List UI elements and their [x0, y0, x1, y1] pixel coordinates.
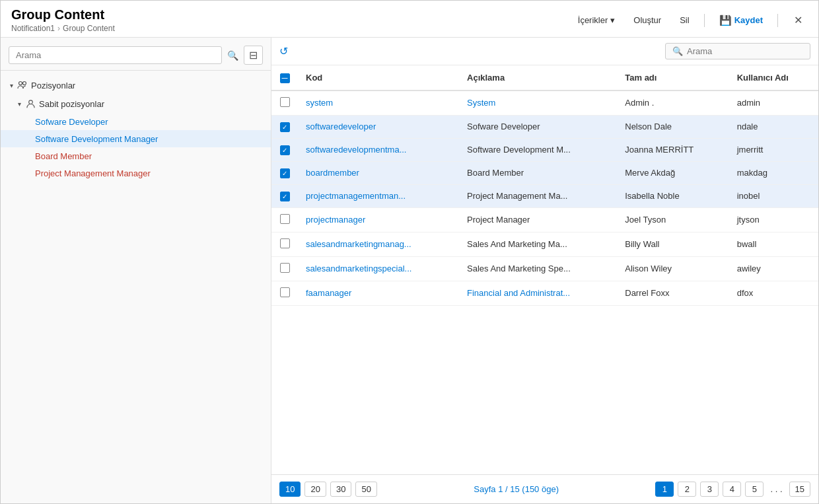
spacer: [24, 133, 35, 144]
cell-kod[interactable]: salesandmarketingmanag...: [298, 232, 459, 256]
table-row: softwaredeveloper Sofware Developer Nels…: [271, 115, 818, 138]
row-checkbox-cell[interactable]: [271, 281, 298, 305]
kaydet-label: Kaydet: [734, 15, 763, 25]
project-mgmt-manager-label: Project Management Manager: [35, 168, 151, 178]
action-divider2: [777, 14, 778, 27]
panel-toggle-button[interactable]: ⊟: [244, 46, 263, 65]
group-icon: [17, 79, 28, 91]
cell-kod[interactable]: faamanager: [298, 281, 459, 305]
row-checkbox[interactable]: [280, 122, 290, 132]
select-all-checkbox[interactable]: [280, 73, 290, 83]
table-row: salesandmarketingmanag... Sales And Mark…: [271, 232, 818, 256]
breadcrumb-item-notification: Notification1: [11, 24, 55, 33]
cell-kod[interactable]: softwaredeveloper: [298, 115, 459, 138]
page-size-30[interactable]: 30: [330, 482, 351, 497]
cell-kod[interactable]: boardmember: [298, 161, 459, 184]
cell-kod[interactable]: softwaredevelopmentma...: [298, 138, 459, 161]
sidebar-item-software-dev-manager[interactable]: Software Development Manager: [1, 130, 271, 147]
page-info: Sayfa 1 / 15 (150 öge): [381, 484, 652, 494]
kaydet-button[interactable]: 💾 Kaydet: [715, 12, 767, 29]
row-checkbox-cell[interactable]: [271, 207, 298, 232]
page-4-button[interactable]: 4: [723, 482, 741, 497]
page-1-button[interactable]: 1: [655, 482, 674, 497]
cell-kod[interactable]: projectmanager: [298, 207, 459, 232]
cell-kullanici-adi: awiley: [729, 256, 818, 281]
cell-aciklama: Sales And Marketing Ma...: [459, 232, 617, 256]
row-checkbox[interactable]: [280, 97, 290, 107]
row-checkbox[interactable]: [280, 192, 290, 201]
sidebar-item-board-member[interactable]: Board Member: [1, 147, 271, 164]
title-section: Group Content Notification1 › Group Cont…: [11, 7, 115, 33]
row-checkbox[interactable]: [280, 263, 290, 273]
sidebar-search-area: 🔍 ⊟: [1, 38, 271, 71]
svg-point-0: [19, 82, 22, 85]
cell-aciklama: Sales And Marketing Spe...: [459, 256, 617, 281]
cell-tam-adi: Alison Wiley: [617, 256, 729, 281]
board-member-label: Board Member: [35, 151, 92, 161]
row-checkbox-cell[interactable]: [271, 256, 298, 281]
row-checkbox[interactable]: [280, 238, 290, 248]
search-input[interactable]: [9, 46, 222, 64]
search-icon[interactable]: 🔍: [227, 50, 238, 61]
row-checkbox[interactable]: [280, 287, 290, 297]
spacer: [24, 168, 35, 178]
breadcrumb: Notification1 › Group Content: [11, 24, 115, 33]
right-search-input[interactable]: [687, 46, 798, 56]
right-search-area: 🔍: [665, 43, 810, 59]
select-all-column[interactable]: [271, 65, 298, 90]
action-divider: [704, 14, 705, 27]
column-header-kod: Kod: [298, 65, 459, 90]
cell-kullanici-adi: dfox: [729, 281, 818, 305]
row-checkbox[interactable]: [280, 214, 290, 224]
cell-kullanici-adi: jtyson: [729, 207, 818, 232]
column-header-aciklama: Açıklama: [459, 65, 617, 90]
save-icon: 💾: [719, 15, 732, 26]
cell-aciklama: Board Member: [459, 161, 617, 184]
sidebar-item-sofware-developer[interactable]: Sofware Developer: [1, 113, 271, 130]
page-size-20[interactable]: 20: [304, 482, 326, 497]
spacer: [24, 151, 35, 161]
cell-aciklama: Project Manager: [459, 207, 617, 232]
pozisyonlar-label: Pozisyonlar: [31, 81, 75, 90]
cell-kod[interactable]: salesandmarketingspecial...: [298, 256, 459, 281]
table-row: projectmanager Project Manager Joel Tyso…: [271, 207, 818, 232]
row-checkbox-cell[interactable]: [271, 232, 298, 256]
close-button[interactable]: ✕: [789, 11, 808, 29]
refresh-button[interactable]: ↺: [279, 45, 288, 57]
icerikler-button[interactable]: İçerikler ▾: [574, 13, 620, 28]
row-checkbox-cell[interactable]: [271, 115, 298, 138]
sidebar: 🔍 ⊟ ▾ Pozisyonlar ▾ Sa: [1, 38, 271, 503]
olustur-button[interactable]: Oluştur: [629, 13, 665, 28]
sidebar-item-pozisyonlar[interactable]: ▾ Pozisyonlar: [1, 76, 271, 94]
data-table: Kod Açıklama Tam adı Kullanıcı Adı syste…: [271, 65, 818, 306]
page-2-button[interactable]: 2: [678, 482, 696, 497]
row-checkbox-cell[interactable]: [271, 184, 298, 207]
cell-aciklama: Financial and Administrat...: [459, 281, 617, 305]
title-actions: İçerikler ▾ Oluştur Sil 💾 Kaydet ✕: [574, 11, 808, 29]
page-size-10[interactable]: 10: [279, 482, 301, 497]
row-checkbox-cell[interactable]: [271, 161, 298, 184]
page-size-50[interactable]: 50: [355, 482, 376, 497]
table-row: softwaredevelopmentma... Software Develo…: [271, 138, 818, 161]
row-checkbox-cell[interactable]: [271, 138, 298, 161]
column-header-tam-adi: Tam adı: [617, 65, 729, 90]
cell-kullanici-adi: bwall: [729, 232, 818, 256]
table-row: boardmember Board Member Merve Akdağ mak…: [271, 161, 818, 184]
page-5-button[interactable]: 5: [745, 482, 764, 497]
sidebar-item-project-mgmt-manager[interactable]: Project Management Manager: [1, 164, 271, 182]
sil-button[interactable]: Sil: [676, 13, 693, 28]
table-row: projectmanagementman... Project Manageme…: [271, 184, 818, 207]
row-checkbox-cell[interactable]: [271, 90, 298, 116]
icerikler-label: İçerikler: [578, 15, 608, 25]
page-3-button[interactable]: 3: [700, 482, 719, 497]
sidebar-tree: ▾ Pozisyonlar ▾ Sabit pozisyonlar: [1, 71, 271, 503]
cell-tam-adi: Joel Tyson: [617, 207, 729, 232]
cell-kod[interactable]: projectmanagementman...: [298, 184, 459, 207]
row-checkbox[interactable]: [280, 168, 290, 178]
page-15-button[interactable]: 15: [789, 482, 810, 497]
cell-kod[interactable]: system: [298, 90, 459, 116]
row-checkbox[interactable]: [280, 145, 290, 155]
toggle-icon: ▾: [14, 98, 24, 109]
sidebar-item-sabit-pozisyonlar[interactable]: ▾ Sabit pozisyonlar: [1, 94, 271, 113]
right-toolbar: ↺ 🔍: [271, 38, 818, 65]
